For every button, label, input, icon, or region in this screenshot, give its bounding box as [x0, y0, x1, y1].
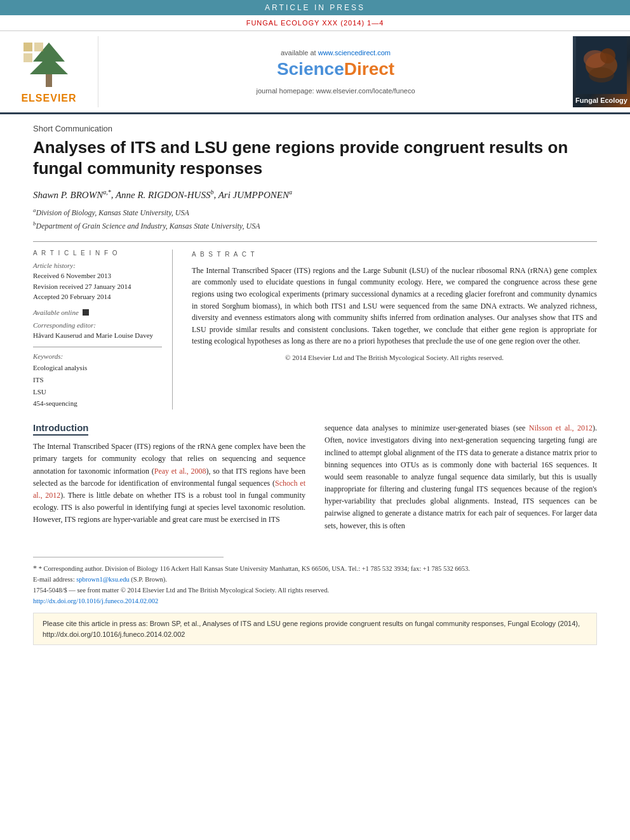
divider-keywords	[33, 347, 162, 347]
affiliation-a: aDivision of Biology, Kansas State Unive…	[33, 206, 597, 219]
abstract-text: The Internal Transcribed Spacer (ITS) re…	[192, 265, 597, 347]
accepted-date: Accepted 20 February 2014	[33, 291, 162, 302]
abstract-header: A B S T R A C T	[192, 250, 597, 260]
history-label: Article history:	[33, 262, 162, 269]
intro-paragraph-right: sequence data analyses to minimize user-…	[325, 422, 597, 532]
svg-point-8	[600, 48, 615, 63]
intro-paragraph-1: The Internal Transcribed Spacer (ITS) re…	[33, 441, 305, 526]
main-left-column: Introduction The Internal Transcribed Sp…	[33, 422, 305, 537]
svg-rect-3	[23, 53, 32, 62]
available-online-label: Available online	[33, 309, 79, 316]
revision-date: Revision received 27 January 2014	[33, 281, 162, 292]
ref-schoch-2012[interactable]: Schoch et al., 2012	[33, 479, 305, 500]
abstract-column: A B S T R A C T The Internal Transcribed…	[192, 250, 597, 410]
keyword-1: Ecological analysis	[33, 362, 162, 374]
article-body: Short Communication Analyses of ITS and …	[0, 114, 630, 547]
affiliations: aDivision of Biology, Kansas State Unive…	[33, 206, 597, 232]
sciencedirect-blue-text: Science	[277, 59, 344, 79]
svg-point-9	[589, 67, 614, 83]
corresponding-editor-group: Corresponding editor: Håvard Kauserud an…	[33, 321, 162, 341]
footnote-divider	[33, 557, 224, 557]
citation-box: Please cite this article in press as: Br…	[33, 613, 597, 645]
keywords-section: Keywords: Ecological analysis ITS LSU 45…	[33, 352, 162, 410]
elsevier-logo: ELSEVIER	[0, 36, 98, 107]
article-info-column: A R T I C L E I N F O Article history: R…	[33, 250, 173, 410]
online-indicator-icon	[83, 309, 89, 316]
footnote-issn: 1754-5048/$ — see front matter © 2014 El…	[33, 585, 597, 596]
doi-link[interactable]: http://dx.doi.org/10.1016/j.funeco.2014.…	[33, 597, 158, 604]
footnote-email: E-mail address: spbrown1@ksu.edu (S.P. B…	[33, 575, 597, 585]
ref-peay-2008[interactable]: Peay et al., 2008	[154, 467, 206, 476]
journal-homepage-text: journal homepage: www.elsevier.com/locat…	[256, 87, 415, 95]
footnote-corresponding-author: * * Corresponding author. Division of Bi…	[33, 563, 597, 575]
divider-1	[33, 241, 597, 242]
svg-rect-2	[23, 43, 32, 51]
keywords-label: Keywords:	[33, 352, 162, 360]
svg-rect-0	[46, 74, 52, 87]
available-at-text: available at www.sciencedirect.com	[281, 49, 391, 57]
main-right-column: sequence data analyses to minimize user-…	[325, 422, 597, 537]
footnote-doi: http://dx.doi.org/10.1016/j.funeco.2014.…	[33, 596, 597, 607]
sciencedirect-orange-text: Direct	[344, 59, 394, 79]
corr-editor-value: Håvard Kauserud and Marie Louise Davey	[33, 330, 162, 341]
ref-nilsson-2012[interactable]: Nilsson et al., 2012	[529, 423, 593, 432]
svg-rect-4	[34, 43, 43, 51]
journal-title-link[interactable]: FUNGAL ECOLOGY XXX (2014) 1—4	[246, 19, 384, 27]
available-online-row: Available online	[33, 309, 162, 316]
elsevier-wordmark: ELSEVIER	[21, 93, 76, 104]
footnote-star-icon: *	[33, 564, 37, 573]
corr-editor-label: Corresponding editor:	[33, 321, 162, 329]
cover-image-icon	[576, 37, 627, 94]
keyword-4: 454-sequencing	[33, 397, 162, 410]
journal-cover: Fungal Ecology	[573, 36, 630, 107]
article-in-press-banner: ARTICLE IN PRESS	[0, 0, 630, 15]
sciencedirect-url[interactable]: www.sciencedirect.com	[318, 49, 391, 57]
elsevier-tree-icon	[20, 39, 77, 90]
keyword-3: LSU	[33, 386, 162, 398]
header-center: available at www.sciencedirect.com Scien…	[98, 36, 573, 107]
email-link[interactable]: spbrown1@ksu.edu	[76, 576, 129, 583]
main-content: Introduction The Internal Transcribed Sp…	[33, 422, 597, 537]
authors-line: Shawn P. BROWNa,*, Anne R. RIGDON-HUSSb,…	[33, 189, 597, 201]
info-abstract-columns: A R T I C L E I N F O Article history: R…	[33, 250, 597, 410]
copyright-text: © 2014 Elsevier Ltd and The British Myco…	[192, 352, 597, 363]
footnotes-section: * * Corresponding author. Division of Bi…	[0, 557, 630, 607]
affiliation-b: bDepartment of Grain Science and Industr…	[33, 219, 597, 232]
article-info-header: A R T I C L E I N F O	[33, 250, 162, 257]
keyword-2: ITS	[33, 374, 162, 386]
header-area: ELSEVIER available at www.sciencedirect.…	[0, 31, 630, 114]
received-date: Received 6 November 2013	[33, 270, 162, 281]
cover-title-text: Fungal Ecology	[573, 94, 630, 107]
intro-section-title: Introduction	[33, 422, 88, 436]
article-history-group: Article history: Received 6 November 201…	[33, 262, 162, 302]
sciencedirect-logo: ScienceDirect	[277, 59, 394, 79]
journal-title-bar: FUNGAL ECOLOGY XXX (2014) 1—4	[0, 15, 630, 31]
article-type-label: Short Communication	[33, 124, 597, 133]
article-title: Analyses of ITS and LSU gene regions pro…	[33, 137, 597, 178]
